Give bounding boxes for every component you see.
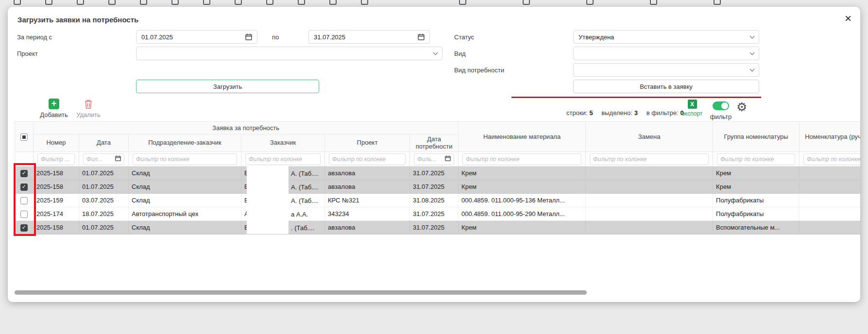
filter-input-nomenclature-group[interactable] bbox=[720, 156, 792, 163]
rows-count: 5 bbox=[589, 109, 593, 117]
table-row[interactable]: 2025-158 01.07.2025 Склад БА. (Таб.... а… bbox=[15, 167, 861, 180]
column-header-replacement[interactable]: Замена bbox=[586, 122, 713, 152]
app-toolbar-icon[interactable] bbox=[298, 0, 305, 5]
cell-replacement bbox=[586, 167, 713, 180]
cell-project: 343234 bbox=[325, 207, 410, 221]
column-header-date[interactable]: Дата bbox=[79, 134, 129, 152]
add-button-label: Добавить bbox=[39, 111, 69, 118]
calendar-icon[interactable] bbox=[445, 155, 451, 163]
app-toolbar-icon[interactable] bbox=[329, 0, 337, 5]
cell-department: Склад bbox=[129, 221, 241, 234]
cell-department: Склад bbox=[129, 180, 241, 194]
excel-icon: X bbox=[688, 100, 697, 109]
app-toolbar-icon[interactable] bbox=[459, 0, 466, 5]
need-kind-select[interactable] bbox=[573, 63, 759, 77]
column-header-customer[interactable]: Заказчик bbox=[241, 134, 325, 152]
column-header-material[interactable]: Наименование материала bbox=[459, 122, 586, 152]
table-row[interactable]: 2025-159 03.07.2025 Склад БА. (Таб.... К… bbox=[15, 194, 861, 207]
date-to-input[interactable] bbox=[308, 30, 430, 44]
annotation-red-underline bbox=[511, 97, 761, 98]
date-from-input[interactable] bbox=[136, 30, 257, 44]
cell-need-date: 31.07.2025 bbox=[410, 180, 459, 194]
cell-material: Крем bbox=[459, 167, 586, 180]
table-row[interactable]: 2025-174 18.07.2025 Автотранспортный цех… bbox=[15, 207, 861, 221]
cell-project: авзалова bbox=[325, 221, 410, 234]
cell-num: 2025-159 bbox=[34, 194, 79, 207]
to-label: по bbox=[272, 33, 279, 41]
app-toolbar-icon[interactable] bbox=[586, 0, 594, 5]
select-all-checkbox[interactable] bbox=[20, 134, 28, 141]
delete-button-label: Удалить bbox=[76, 111, 101, 118]
column-header-need-date[interactable]: Дата потребности bbox=[410, 134, 459, 152]
delete-button[interactable]: Удалить bbox=[76, 99, 101, 118]
cell-material: 000.4859. 011.000-95-136 Металл... bbox=[459, 194, 586, 207]
selected-count: 3 bbox=[634, 109, 638, 117]
filter-input-need-date[interactable] bbox=[417, 156, 445, 163]
app-toolbar-icon[interactable] bbox=[523, 0, 530, 5]
filter-toggle-label: фильтр bbox=[707, 113, 734, 120]
kind-select[interactable] bbox=[573, 47, 759, 60]
calendar-icon[interactable] bbox=[115, 155, 121, 163]
cell-num: 2025-174 bbox=[34, 207, 79, 221]
chevron-down-icon bbox=[433, 50, 438, 55]
app-toolbar-icon[interactable] bbox=[266, 0, 273, 5]
add-button[interactable]: + Добавить bbox=[39, 99, 69, 118]
cell-date: 18.07.2025 bbox=[79, 207, 129, 221]
project-label: Проект bbox=[17, 50, 38, 57]
column-header-manual-nomenclature[interactable]: Номенклатура (руч ввод) bbox=[800, 122, 860, 152]
table-row[interactable]: 2025-158 01.07.2025 Склад БА. (Таб.... а… bbox=[15, 180, 861, 194]
filter-input-manual-nomenclature[interactable] bbox=[807, 156, 860, 163]
settings-gear-icon[interactable]: ⚙ bbox=[736, 101, 747, 113]
column-header-num[interactable]: Номер bbox=[34, 134, 79, 152]
app-toolbar-icon[interactable] bbox=[108, 0, 116, 5]
filter-input-customer[interactable] bbox=[249, 156, 317, 163]
filter-input-date[interactable] bbox=[86, 156, 115, 163]
filter-input-material[interactable] bbox=[466, 156, 578, 163]
horizontal-scrollbar[interactable] bbox=[15, 290, 587, 295]
app-toolbar-icon-group bbox=[14, 0, 368, 5]
export-button[interactable]: X экспорт bbox=[680, 100, 704, 117]
filter-input-replacement[interactable] bbox=[593, 156, 705, 163]
app-toolbar-icon[interactable] bbox=[45, 0, 52, 5]
column-header-nomenclature-group[interactable]: Группа номенклатуры bbox=[713, 122, 800, 152]
project-select[interactable] bbox=[136, 47, 443, 60]
status-select[interactable]: Утверждена bbox=[573, 30, 759, 44]
cell-date: 01.07.2025 bbox=[79, 180, 129, 194]
app-toolbar-icon[interactable] bbox=[235, 0, 242, 5]
app-toolbar-icon[interactable] bbox=[714, 0, 721, 5]
select-all-cell bbox=[15, 122, 34, 152]
requests-grid: Заявка за потребность Наименование матер… bbox=[15, 121, 860, 235]
calendar-icon[interactable] bbox=[245, 33, 252, 40]
chevron-down-icon bbox=[750, 67, 755, 71]
cell-manual-nomenclature bbox=[800, 180, 860, 194]
rows-label: строки: bbox=[566, 109, 587, 117]
load-button[interactable]: Загрузить bbox=[136, 80, 319, 93]
insert-into-request-button[interactable]: Вставить в заявку bbox=[573, 80, 759, 93]
app-toolbar-icon[interactable] bbox=[171, 0, 179, 5]
filter-input-department[interactable] bbox=[136, 156, 234, 163]
filter-toggle[interactable] bbox=[713, 101, 729, 110]
plus-icon: + bbox=[49, 99, 59, 109]
annotation-checkbox-highlight bbox=[14, 163, 36, 236]
app-toolbar-icon[interactable] bbox=[14, 0, 21, 5]
cell-department: Склад bbox=[129, 167, 241, 180]
cell-num: 2025-158 bbox=[34, 180, 79, 194]
close-icon[interactable]: × bbox=[845, 13, 851, 24]
app-toolbar-icon[interactable] bbox=[361, 0, 368, 5]
app-toolbar-icon[interactable] bbox=[140, 0, 147, 5]
cell-material: Крем bbox=[459, 221, 586, 234]
calendar-icon[interactable] bbox=[418, 33, 425, 40]
app-toolbar-icon[interactable] bbox=[650, 0, 657, 5]
filter-input-num[interactable] bbox=[41, 156, 71, 163]
cell-date: 03.07.2025 bbox=[79, 194, 129, 207]
cell-manual-nomenclature bbox=[800, 167, 860, 180]
grid-stats: строки:5 выделено:3 в фильтре:0 bbox=[566, 109, 684, 117]
column-header-project[interactable]: Проект bbox=[325, 134, 410, 152]
column-header-department[interactable]: Подразделение-заказчик bbox=[129, 134, 241, 152]
filter-input-project[interactable] bbox=[332, 156, 402, 163]
status-label: Статус bbox=[454, 33, 474, 41]
table-row[interactable]: 2025-158 01.07.2025 Склад Б. (Таб.... ав… bbox=[15, 221, 861, 234]
cell-project: авзалова bbox=[325, 180, 410, 194]
app-toolbar-icon[interactable] bbox=[77, 0, 84, 5]
app-toolbar-icon[interactable] bbox=[203, 0, 210, 5]
